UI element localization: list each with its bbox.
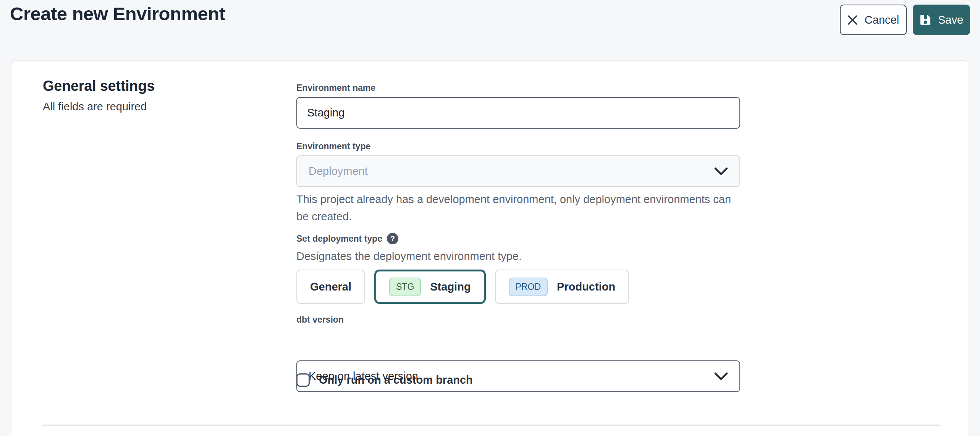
- form-column: Environment name Environment type Deploy…: [296, 61, 740, 124]
- chevron-down-icon: [714, 372, 728, 381]
- environment-name-input[interactable]: [296, 97, 740, 129]
- environment-type-label: Environment type: [296, 141, 370, 152]
- save-label: Save: [938, 14, 963, 26]
- page-title: Create new Environment: [10, 3, 225, 24]
- prod-badge: PROD: [509, 278, 548, 296]
- settings-card: General settings All fields are required…: [11, 60, 969, 436]
- section-intro: General settings All fields are required: [43, 78, 155, 113]
- chevron-down-icon: [714, 167, 728, 176]
- deployment-type-option-staging[interactable]: STG Staging: [374, 270, 486, 304]
- deployment-type-label: Set deployment type ?: [296, 233, 398, 244]
- cancel-label: Cancel: [865, 14, 899, 26]
- environment-type-value: Deployment: [309, 165, 368, 178]
- help-icon[interactable]: ?: [387, 233, 398, 244]
- close-icon: [847, 15, 858, 25]
- environment-type-select[interactable]: Deployment: [296, 155, 740, 187]
- header-actions: Cancel Save: [840, 5, 970, 35]
- environment-name-label: Environment name: [296, 83, 375, 93]
- deployment-type-option-general[interactable]: General: [296, 270, 365, 304]
- deployment-type-option-general-label: General: [310, 281, 351, 293]
- deployment-type-label-text: Set deployment type: [296, 234, 382, 244]
- stg-badge: STG: [389, 278, 421, 296]
- save-icon: [920, 14, 931, 26]
- save-button[interactable]: Save: [913, 5, 970, 35]
- section-divider: [42, 425, 940, 426]
- section-subheading: All fields are required: [43, 100, 155, 113]
- section-heading: General settings: [43, 78, 155, 94]
- environment-type-help: This project already has a development e…: [296, 191, 740, 225]
- cancel-button[interactable]: Cancel: [840, 5, 907, 35]
- deployment-type-description: Designates the deployment environment ty…: [296, 248, 522, 265]
- deployment-type-option-staging-label: Staging: [430, 281, 471, 293]
- custom-branch-row[interactable]: Only run on a custom branch: [296, 373, 473, 387]
- custom-branch-checkbox[interactable]: [296, 373, 310, 387]
- dbt-version-label: dbt version: [296, 315, 344, 325]
- deployment-type-options: General STG Staging PROD Production: [296, 270, 629, 304]
- page-header: Create new Environment Cancel Save: [0, 0, 980, 60]
- deployment-type-option-production[interactable]: PROD Production: [495, 270, 629, 304]
- custom-branch-label: Only run on a custom branch: [319, 374, 473, 386]
- deployment-type-option-production-label: Production: [557, 281, 615, 293]
